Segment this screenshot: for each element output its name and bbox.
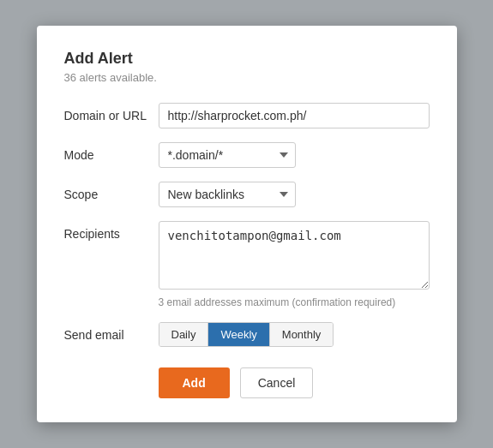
freq-monthly-button[interactable]: Monthly — [270, 323, 334, 346]
send-email-row: Send email Daily Weekly Monthly — [64, 322, 430, 347]
send-email-label: Send email — [64, 322, 159, 342]
frequency-group: Daily Weekly Monthly — [159, 322, 334, 347]
mode-row: Mode *.domain/* domain.com *.domain.com/… — [64, 142, 430, 168]
freq-weekly-button[interactable]: Weekly — [208, 323, 269, 346]
domain-label: Domain or URL — [64, 103, 159, 122]
scope-control: New backlinks Lost backlinks All backlin… — [159, 182, 430, 207]
add-alert-modal: Add Alert 36 alerts available. Domain or… — [37, 26, 457, 422]
modal-title: Add Alert — [64, 50, 430, 68]
recipients-label: Recipients — [64, 221, 159, 241]
scope-select[interactable]: New backlinks Lost backlinks All backlin… — [159, 182, 296, 207]
scope-row: Scope New backlinks Lost backlinks All b… — [64, 182, 430, 207]
mode-label: Mode — [64, 142, 159, 162]
recipients-control: venchitotampon@gmail.com 3 email address… — [159, 221, 430, 308]
add-button[interactable]: Add — [159, 367, 230, 398]
send-email-control: Daily Weekly Monthly — [159, 322, 430, 347]
recipients-hint: 3 email addresses maximum (confirmation … — [159, 296, 430, 308]
domain-row: Domain or URL — [64, 103, 430, 128]
cancel-button[interactable]: Cancel — [240, 367, 314, 398]
scope-label: Scope — [64, 182, 159, 201]
recipients-textarea[interactable]: venchitotampon@gmail.com — [159, 221, 430, 290]
domain-input[interactable] — [159, 103, 430, 128]
mode-control: *.domain/* domain.com *.domain.com/* — [159, 142, 430, 168]
domain-control — [159, 103, 430, 128]
freq-daily-button[interactable]: Daily — [159, 323, 209, 346]
mode-select[interactable]: *.domain/* domain.com *.domain.com/* — [159, 142, 296, 168]
recipients-row: Recipients venchitotampon@gmail.com 3 em… — [64, 221, 430, 308]
modal-actions: Add Cancel — [64, 367, 430, 398]
modal-subtitle: 36 alerts available. — [64, 71, 430, 84]
